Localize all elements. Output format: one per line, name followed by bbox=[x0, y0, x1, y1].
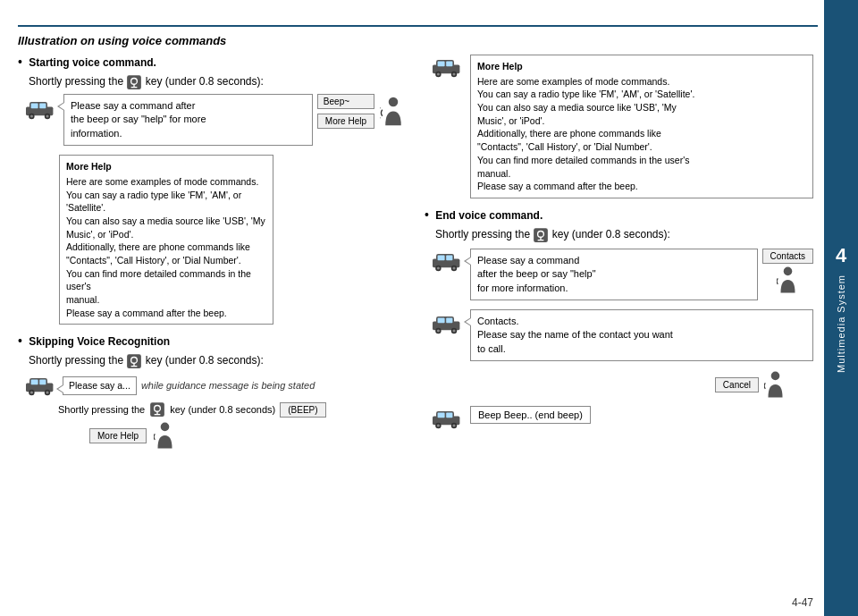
skip-sub-row: Shortly pressing the key (under 0.8 seco… bbox=[58, 401, 407, 418]
person-icon-skip bbox=[154, 421, 176, 450]
bullet-right1-sub: Shortly pressing the key (under 0.8 seco… bbox=[435, 227, 813, 243]
mh-r-l3b: Music', or 'iPod'. bbox=[477, 114, 806, 128]
svg-point-56 bbox=[437, 329, 440, 332]
mh-title: More Help bbox=[66, 160, 266, 173]
cancel-row: Cancel bbox=[425, 370, 786, 399]
car-icon-right3 bbox=[429, 311, 465, 336]
more-help-row-bottom: More Help bbox=[89, 421, 407, 450]
speech-line2: the beep or say "help" for more bbox=[71, 113, 306, 126]
speech-box-r3: Contacts. Please say the name of the con… bbox=[470, 309, 813, 361]
bullet2: • Skipping Voice Recognition bbox=[18, 333, 407, 348]
tab-number: 4 bbox=[836, 244, 846, 267]
left-column: • Starting voice command. Shortly pressi… bbox=[18, 55, 407, 450]
person-icon-1 bbox=[380, 96, 407, 127]
more-help-box-right: More Help Here are some examples of mode… bbox=[470, 55, 813, 198]
car-icon-1 bbox=[22, 96, 58, 122]
speech-line1: Please say a command after bbox=[71, 99, 306, 113]
car-icon-right1 bbox=[429, 55, 465, 80]
beep-beep-box: Beep Beep.. (end beep) bbox=[470, 406, 591, 424]
more-help-button-1[interactable]: More Help bbox=[317, 114, 374, 129]
car-icon-right4 bbox=[429, 406, 465, 431]
bullet-right1: • End voice command. bbox=[425, 207, 813, 222]
bullet2-sub: Shortly pressing the key (under 0.8 seco… bbox=[29, 353, 407, 369]
illus-row1: Please say a command after the beep or s… bbox=[22, 94, 407, 146]
mh-r-l3: You can also say a media source like 'US… bbox=[477, 101, 806, 114]
mh-r-l5: You can find more detailed commands in t… bbox=[477, 154, 806, 167]
bullet1-sub: Shortly pressing the key (under 0.8 seco… bbox=[29, 74, 407, 90]
svg-point-67 bbox=[452, 425, 455, 427]
mh-line2: You can say a radio type like 'FM', 'AM'… bbox=[66, 189, 266, 215]
bullet2-text: Skipping Voice Recognition bbox=[29, 335, 170, 348]
svg-rect-20 bbox=[39, 380, 46, 385]
mh-line3b: Music', or 'iPod'. bbox=[66, 228, 266, 241]
bullet1: • Starting voice command. bbox=[18, 55, 407, 69]
svg-rect-19 bbox=[31, 380, 38, 385]
svg-rect-62 bbox=[438, 413, 445, 418]
person-icon-r2 bbox=[777, 266, 799, 294]
bullet-dot-2: • bbox=[18, 333, 22, 348]
mh-line5b: manual. bbox=[66, 293, 266, 307]
svg-rect-44 bbox=[438, 255, 445, 260]
bullet-dot: • bbox=[18, 55, 22, 69]
tab-label: Multimedia System bbox=[836, 274, 846, 373]
beep-button[interactable]: Beep~ bbox=[317, 94, 374, 109]
mh-line3: You can also say a media source like 'US… bbox=[66, 215, 266, 228]
svg-point-58 bbox=[452, 329, 455, 332]
svg-point-24 bbox=[46, 392, 48, 394]
right-column: More Help Here are some examples of mode… bbox=[425, 55, 813, 450]
bullet-right1-text: End voice command. bbox=[435, 209, 543, 222]
svg-rect-7 bbox=[39, 104, 46, 109]
svg-rect-6 bbox=[31, 104, 38, 109]
main-content: Illustration on using voice commands • S… bbox=[18, 34, 813, 589]
r2-l1: Please say a command bbox=[477, 254, 751, 267]
mh-r-l6: Please say a command after the beep. bbox=[477, 180, 806, 193]
bullet-dot-r: • bbox=[425, 207, 429, 222]
more-help-expanded-1: More Help Here are some examples of mode… bbox=[59, 155, 407, 325]
mh-r-l5b: manual. bbox=[477, 167, 806, 181]
svg-rect-53 bbox=[438, 318, 445, 324]
svg-point-35 bbox=[437, 72, 440, 75]
beep-box[interactable]: (BEEP) bbox=[280, 402, 325, 418]
svg-rect-33 bbox=[446, 62, 452, 67]
speech-box-r2: Please say a command after the beep or s… bbox=[470, 249, 758, 300]
mic-key-icon-3 bbox=[149, 401, 165, 418]
more-help-btn-2[interactable]: More Help bbox=[89, 428, 147, 443]
section-title: Illustration on using voice commands bbox=[18, 34, 813, 47]
car-icon-right2 bbox=[429, 249, 465, 274]
contacts-col: Contacts bbox=[762, 249, 813, 294]
side-tab: 4 Multimedia System bbox=[824, 0, 858, 616]
mh-line5: You can find more detailed commands in t… bbox=[66, 267, 266, 293]
btn-col-1: Beep~ More Help bbox=[317, 94, 374, 129]
right-illus-row-top: More Help Here are some examples of mode… bbox=[429, 55, 813, 198]
mic-key-icon-2 bbox=[126, 353, 142, 369]
r3-l2: Please say the name of the contact you w… bbox=[477, 328, 806, 342]
svg-point-65 bbox=[437, 425, 440, 427]
speech-box-1: Please say a command after the beep or s… bbox=[63, 94, 313, 146]
svg-point-37 bbox=[452, 72, 455, 75]
mh-line1: Here are some examples of mode commands. bbox=[66, 175, 266, 189]
svg-point-50 bbox=[783, 266, 792, 275]
top-border bbox=[18, 25, 818, 27]
svg-point-49 bbox=[452, 266, 455, 269]
while-text: while guidance message is being stated bbox=[141, 380, 315, 391]
right-illus-row3: Contacts. Please say the name of the con… bbox=[429, 309, 813, 361]
mh-line4b: "Contacts", 'Call History', or 'Dial Num… bbox=[66, 254, 266, 267]
svg-point-9 bbox=[30, 114, 33, 117]
page-number: 4-47 bbox=[792, 596, 813, 609]
svg-point-29 bbox=[161, 423, 170, 432]
svg-point-59 bbox=[771, 372, 780, 381]
mh-right-title: More Help bbox=[477, 60, 806, 73]
svg-point-22 bbox=[30, 392, 33, 394]
mh-r-l4: Additionally, there are phone commands l… bbox=[477, 127, 806, 140]
r3-l3: to call. bbox=[477, 342, 806, 356]
car-icon-skip bbox=[22, 373, 58, 398]
more-help-box-1: More Help Here are some examples of mode… bbox=[59, 155, 273, 325]
cancel-button[interactable]: Cancel bbox=[715, 377, 759, 392]
mh-r-l4b: "Contacts", 'Call History', or 'Dial Num… bbox=[477, 140, 806, 154]
mic-key-icon-r1 bbox=[533, 227, 549, 243]
contacts-button[interactable]: Contacts bbox=[762, 249, 813, 264]
speech-line3: information. bbox=[71, 127, 306, 140]
mh-r-l1: Here are some examples of mode commands. bbox=[477, 75, 806, 89]
person-icon-r3 bbox=[764, 370, 786, 399]
r2-l3: for more information. bbox=[477, 282, 751, 295]
